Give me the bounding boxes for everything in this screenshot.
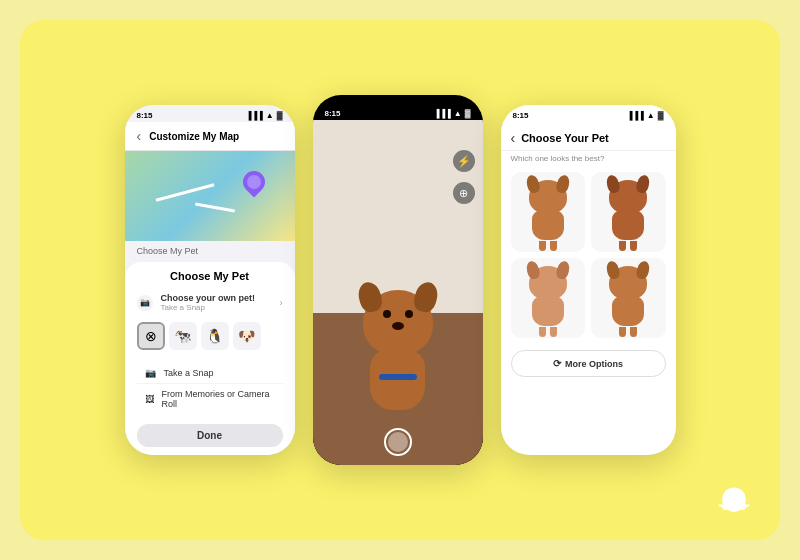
wifi-icon: ▲ [266, 111, 274, 120]
sheet-row-1-content: Choose your own pet! Take a Snap [161, 293, 256, 312]
time-2: 8:15 [325, 109, 341, 118]
shutter-button[interactable] [384, 428, 412, 456]
dog-nose [392, 322, 404, 330]
sheet-row-1-arrow: › [280, 298, 283, 308]
dog-leg-2a [619, 241, 626, 251]
choose-pet-title: Choose Your Pet [521, 132, 609, 144]
battery-icon: ▓ [277, 111, 283, 120]
pet-card-4[interactable] [591, 258, 666, 338]
dog-camera-subject [353, 290, 443, 420]
phone-customize-map: 8:15 ▐▐▐ ▲ ▓ ‹ Customize My Map [125, 105, 295, 455]
camera-icon: 📷 [145, 368, 156, 378]
dog-mini-body-4 [612, 296, 644, 326]
sub-row-1-label: Take a Snap [164, 368, 214, 378]
sheet-title: Choose My Pet [137, 270, 283, 282]
camera-controls-right: ⚡ ⊕ [453, 150, 475, 204]
sheet-row-1-label: Choose your own pet! [161, 293, 256, 303]
gallery-icon: 🖼 [145, 394, 154, 404]
phone-camera: 8:15 ▐▐▐ ▲ ▓ [313, 95, 483, 465]
dog-leg-3a [539, 327, 546, 337]
wall-background [313, 120, 483, 313]
time-3: 8:15 [513, 111, 529, 120]
sheet-row-1[interactable]: 📷 Choose your own pet! Take a Snap › [137, 288, 283, 317]
battery-icon-3: ▓ [658, 111, 664, 120]
more-options-button[interactable]: ⟳ More Options [511, 350, 666, 377]
status-bar-3: 8:15 ▐▐▐ ▲ ▓ [501, 105, 676, 122]
pet-card-1[interactable] [511, 172, 586, 252]
map-header-title: Customize My Map [149, 131, 239, 142]
dog-leg-4a [619, 327, 626, 337]
choose-pet-map-label: Choose My Pet [125, 241, 295, 261]
status-icons-2: ▐▐▐ ▲ ▓ [434, 109, 471, 118]
dog-mini-ear-r-2 [635, 173, 651, 193]
dog-mini-head-3 [529, 266, 567, 300]
more-options-label: More Options [565, 359, 623, 369]
status-bar-1: 8:15 ▐▐▐ ▲ ▓ [125, 105, 295, 122]
time-1: 8:15 [137, 111, 153, 120]
dog-mini-head-2 [609, 180, 647, 214]
background: 8:15 ▐▐▐ ▲ ▓ ‹ Customize My Map [20, 20, 780, 540]
map-road-1 [155, 183, 214, 201]
dog-eye-right [405, 310, 413, 318]
dog-head [363, 290, 433, 355]
camera-circle-icon: 📷 [137, 295, 153, 311]
flip-button[interactable]: ⊕ [453, 182, 475, 204]
dog-mini-ear-l-2 [605, 173, 621, 193]
back-button-1[interactable]: ‹ [137, 128, 142, 144]
dog-mini-ear-l-3 [525, 259, 541, 279]
map-header: ‹ Customize My Map [125, 122, 295, 151]
dog-mini-legs-4 [601, 327, 656, 337]
dog-mini-ear-l-1 [525, 173, 541, 193]
dog-mini-ear-r-4 [635, 259, 651, 279]
pet-card-3[interactable] [511, 258, 586, 338]
signal-icon-3: ▐▐▐ [627, 111, 644, 120]
camera-view: ⚡ ⊕ [313, 120, 483, 465]
pet-card-2[interactable] [591, 172, 666, 252]
signal-icon-2: ▐▐▐ [434, 109, 451, 118]
status-icons-3: ▐▐▐ ▲ ▓ [627, 111, 664, 120]
map-avatar [238, 166, 269, 197]
sheet-row-1-sub: Take a Snap [161, 303, 256, 312]
dog-mini-legs-1 [520, 241, 575, 251]
sub-sheet-row-1[interactable]: 📷 Take a Snap [137, 363, 283, 384]
pet-icon-cow: 🐄 [169, 322, 197, 350]
dog-collar [379, 374, 417, 380]
pet-grid [501, 166, 676, 344]
signal-icon: ▐▐▐ [246, 111, 263, 120]
dog-mini-body-1 [532, 210, 564, 240]
dog-mini-head-1 [529, 180, 567, 214]
dog-mini-body-2 [612, 210, 644, 240]
map-preview [125, 151, 295, 241]
dog-leg-1b [550, 241, 557, 251]
dog-leg-3b [550, 327, 557, 337]
map-avatar-inner [244, 172, 264, 192]
shutter-inner [388, 432, 408, 452]
flash-button[interactable]: ⚡ [453, 150, 475, 172]
status-icons-1: ▐▐▐ ▲ ▓ [246, 111, 283, 120]
pet-icons-row: ⊗ 🐄 🐧 🐶 [137, 317, 283, 355]
dog-mini-1 [520, 180, 575, 245]
pet-icon-placeholder: ⊗ [137, 322, 165, 350]
phones-container: 8:15 ▐▐▐ ▲ ▓ ‹ Customize My Map [125, 95, 676, 465]
snapchat-logo [716, 484, 752, 520]
dog-eye-left [383, 310, 391, 318]
dog-leg-1a [539, 241, 546, 251]
choose-pet-header: ‹ Choose Your Pet [501, 122, 676, 151]
sub-row-2-label: From Memories or Camera Roll [162, 389, 275, 409]
battery-icon-2: ▓ [465, 109, 471, 118]
choose-pet-subtitle: Which one looks the best? [501, 151, 676, 166]
back-button-3[interactable]: ‹ [511, 130, 516, 146]
dog-mini-legs-2 [601, 241, 656, 251]
phone-choose-pet: 8:15 ▐▐▐ ▲ ▓ ‹ Choose Your Pet Which one… [501, 105, 676, 455]
map-road-2 [195, 203, 235, 213]
sub-sheet-row-2[interactable]: 🖼 From Memories or Camera Roll [137, 384, 283, 414]
dog-mini-ear-r-1 [555, 173, 571, 193]
done-button[interactable]: Done [137, 424, 283, 447]
dog-mini-3 [520, 266, 575, 331]
dog-mini-2 [601, 180, 656, 245]
dog-mini-legs-3 [520, 327, 575, 337]
pet-icon-penguin: 🐧 [201, 322, 229, 350]
dog-mini-ear-r-3 [555, 259, 571, 279]
more-options-icon: ⟳ [553, 358, 561, 369]
dog-mini-4 [601, 266, 656, 331]
